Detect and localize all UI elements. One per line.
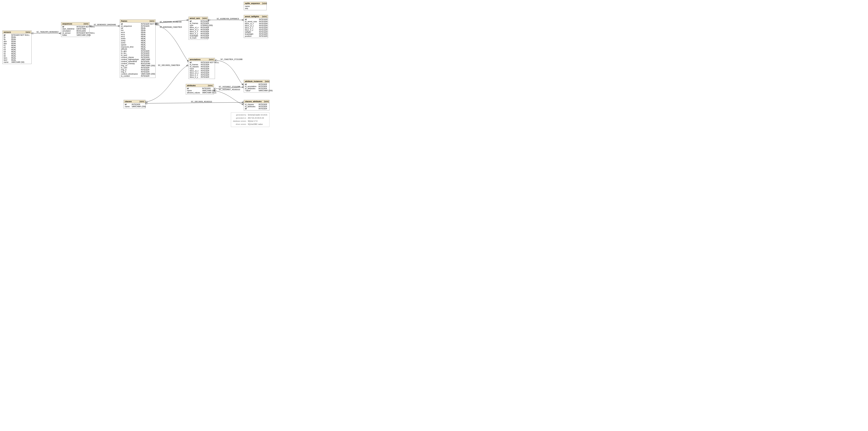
column-name: ts_avel — [121, 54, 139, 56]
column-name: id_attributes — [245, 105, 256, 107]
table-type-label: [table] — [150, 20, 154, 22]
edge-label: SC_BD9E80D2_B48284A6 — [94, 24, 116, 26]
column-type: INTEGER — [259, 27, 268, 29]
table-name: frames — [121, 20, 127, 22]
column-name: taillight — [245, 31, 257, 33]
column-name: id_classes — [245, 103, 256, 105]
table-type-label: [table] — [262, 15, 267, 18]
er-diagram-canvas: SC_760A23F9_BD9E80D2 SC_BD9E80D2_B48284A… — [0, 0, 271, 128]
column-type: INTEGER — [141, 52, 159, 54]
table-body: idINTEGERid_annot_carsINTEGERbbox_ul_xIN… — [244, 18, 268, 38]
table-header: sensors[table] — [3, 31, 31, 34]
table-name: annot_cars — [190, 17, 200, 19]
column-type: INTEGER — [258, 88, 273, 90]
column-type: INTEGER — [259, 25, 268, 27]
column-type: VARCHAR (50) — [11, 61, 30, 63]
column-name: ppx — [4, 40, 9, 42]
column-name: context_streetname — [121, 73, 139, 75]
column-name: k1 — [4, 44, 9, 46]
table-type-label: [table] — [203, 18, 207, 19]
table-type-label: [table] — [209, 59, 214, 61]
table-name: sqlite_sequence — [245, 2, 260, 4]
column-type: VARCHAR (256) — [132, 105, 146, 107]
table-header: annot_taillights[table] — [244, 15, 268, 18]
table-name: attributes — [187, 85, 196, 87]
column-name: brakelight — [190, 35, 198, 37]
column-name: id_sensor — [62, 32, 74, 34]
column-name: k6 — [4, 55, 9, 57]
table-attributes: attributes[table]idINTEGERnameVARCHAR (5… — [186, 84, 214, 95]
column-name: id_annot_cars — [245, 21, 257, 23]
table-type-label: [table] — [264, 101, 269, 102]
column-type: REAL — [141, 35, 159, 37]
column-type: REAL — [11, 55, 30, 57]
table-body: idINTEGER NOT NULLid_sequenceINTEGERlatR… — [120, 23, 155, 78]
column-type: INTEGER — [141, 50, 159, 52]
column-name: ts_cam — [121, 67, 139, 69]
table-name: sequences — [62, 23, 72, 25]
column-name: context_speedlimit — [121, 60, 139, 62]
column-name: name — [125, 105, 130, 107]
column-name: accy — [121, 33, 139, 35]
table-sequences: sequences[table]idINTEGER NOT NULLstart_… — [61, 22, 90, 37]
table-body: idINTEGERnameVARCHAR (256) — [124, 103, 145, 108]
column-type: INTEGER — [141, 54, 159, 56]
table-header: sequences[table] — [61, 22, 89, 25]
column-type: BOOLEAN — [76, 30, 95, 32]
column-type: REAL — [11, 46, 30, 48]
table-frames: frames[table]idINTEGER NOT NULLid_sequen… — [120, 20, 156, 78]
column-name: bbox_lr_x — [190, 74, 198, 76]
column-type: VARCHAR (200) — [141, 65, 159, 67]
column-type: INTEGER — [259, 31, 268, 33]
column-name: lat — [121, 27, 139, 29]
column-type: REAL — [141, 29, 159, 31]
column-name: k2 — [4, 46, 9, 48]
column-type: REAL — [141, 33, 159, 35]
column-name: id — [62, 26, 74, 28]
column-type: INTEGER — [141, 60, 159, 62]
table-body: idINTEGERnameVARCHAR (50)allowed_valuesV… — [186, 87, 214, 94]
column-type: INTEGER NOT NULL — [141, 23, 159, 25]
column-type: INTEGER — [141, 75, 159, 77]
column-name: id — [4, 34, 9, 36]
column-name: context_oneway — [121, 62, 139, 65]
column-type: REAL — [11, 53, 30, 55]
table-name: annot_taillights — [245, 15, 259, 18]
column-name: lon — [121, 29, 139, 31]
column-type: REAL — [11, 48, 30, 51]
table-header: frames[table] — [120, 20, 155, 23]
column-type: VARCHAR (512) — [202, 92, 216, 94]
column-type: REAL — [11, 42, 30, 44]
column-name: track — [190, 68, 198, 70]
column-type: INTEGER — [200, 35, 213, 37]
table-header: sqlite_sequence[table] — [244, 2, 267, 5]
column-type: INTEGER — [200, 26, 213, 28]
column-type: VARCHAR (200) — [76, 34, 95, 36]
table-name: attribute_instances — [245, 80, 262, 82]
table-type-label: [table] — [208, 85, 213, 87]
edge-label: SC_182DA957_40165310 — [219, 89, 240, 91]
column-name: brakelight — [245, 33, 257, 35]
column-name: exposure_time — [121, 46, 139, 48]
column-type: REAL — [11, 57, 30, 59]
column-type: INTEGER — [141, 67, 159, 69]
column-type: INTEGER — [201, 64, 219, 66]
column-type: INTEGER — [259, 105, 268, 107]
table-attribute-instances: attribute_instances[table]idINTEGERid_an… — [244, 80, 270, 93]
column-name: type — [190, 24, 198, 26]
column-name: bbox_ul_y — [190, 28, 198, 31]
column-name: accx — [121, 31, 139, 33]
table-name: classes_attributes — [245, 100, 261, 102]
column-type: INTEGER — [201, 68, 219, 70]
column-name: bbox_lr_y — [190, 33, 198, 35]
column-type: INTEGER — [259, 29, 268, 31]
column-name: k3 — [4, 48, 9, 51]
column-name: avelx — [121, 37, 139, 39]
column-type: INTEGER — [141, 56, 159, 58]
table-header: classes_attributes[table] — [244, 100, 269, 103]
column-type: INTEGER NOT NULL — [201, 61, 219, 64]
table-header: attributes[table] — [186, 84, 214, 87]
column-type — [259, 5, 266, 7]
column-type: INTEGER — [200, 33, 213, 35]
column-type: REAL — [141, 39, 159, 42]
